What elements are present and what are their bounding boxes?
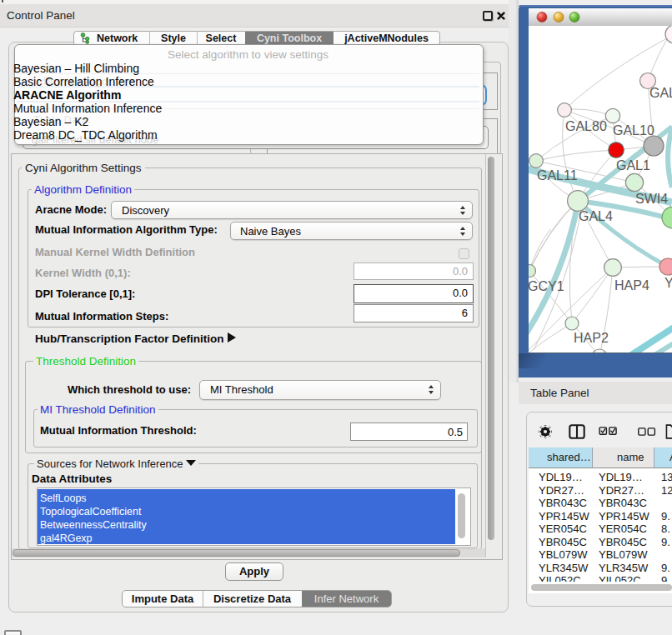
svg-text:GAL80: GAL80 [565, 119, 607, 133]
svg-text:GAL4: GAL4 [579, 209, 613, 223]
svg-text:SWI4: SWI4 [635, 192, 668, 206]
svg-text:GAL10: GAL10 [613, 123, 654, 138]
svg-text:GAL11: GAL11 [537, 168, 578, 182]
svg-text:GCY1: GCY1 [529, 279, 564, 293]
svg-text:HAP4: HAP4 [614, 278, 649, 292]
svg-text:Y: Y [664, 276, 672, 290]
svg-text:GAL1: GAL1 [616, 158, 650, 172]
svg-text:HAP2: HAP2 [574, 331, 609, 345]
svg-text:GAL2: GAL2 [649, 86, 672, 100]
